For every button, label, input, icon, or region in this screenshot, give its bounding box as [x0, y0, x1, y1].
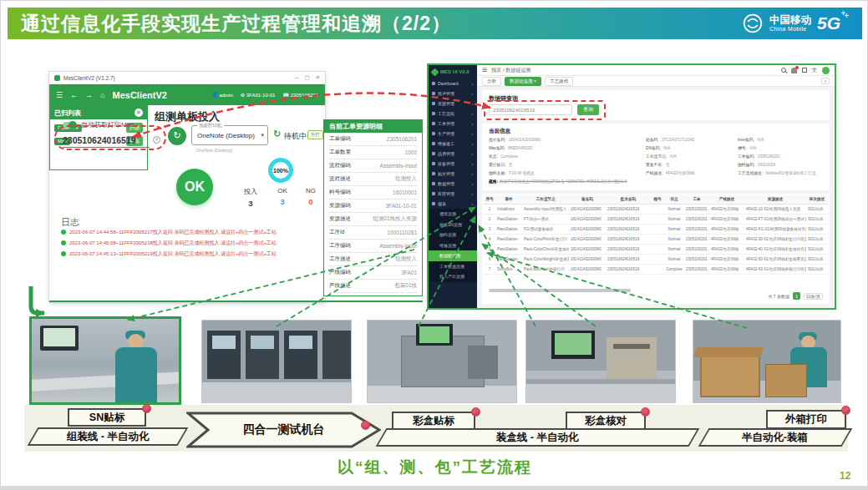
resource-badge[interactable]: ⚙ 3FA01-10-01	[241, 92, 276, 98]
table-row[interactable]: 2PassStationFT/四合一测试181411432000M0230510…	[484, 215, 828, 225]
home-icon[interactable]: ⌂	[100, 91, 104, 99]
sidebar-item[interactable]: 维修返工∨	[429, 139, 477, 149]
forward-icon[interactable]: →	[85, 91, 93, 99]
chevron-down-icon: ∨	[471, 112, 474, 116]
back-icon[interactable]: ←	[70, 91, 78, 99]
tab-analysis[interactable]: 分析	[482, 77, 501, 86]
table-cell: PassStation	[495, 215, 522, 224]
field-label: 料号编码	[329, 189, 351, 196]
menu-item-icon	[432, 152, 435, 155]
highlight-ellipse	[54, 125, 166, 150]
sidebar-item[interactable]: 品质管理∨	[429, 149, 477, 159]
table-row[interactable]: 1InitialInputAssembly-Input/组测投入18141143…	[484, 205, 828, 215]
table-cell	[651, 235, 664, 244]
printer-select[interactable]: 当前打印机 OneNote (Desktop) ▾	[191, 125, 268, 145]
sidebar-item[interactable]: 生产管理∨	[429, 129, 477, 139]
sidebar-subitem[interactable]: 拼板SN追溯	[429, 220, 477, 230]
tab-data-chain-trace[interactable]: 数据链追溯 ×	[505, 77, 541, 86]
sidebar-item[interactable]: 数据管理∨	[429, 179, 477, 189]
photo-shape	[32, 371, 181, 391]
sidebar-item[interactable]: 库存管理∨	[429, 189, 477, 199]
column-header: 序号	[484, 195, 495, 204]
sidebar-item[interactable]: 工单管理∨	[429, 119, 477, 129]
info-label: Mac条码:	[489, 146, 505, 150]
mesclient-window: MesClientV2 (V1.2.7) ─ ▢ ✕ ☰ ← → ⌂ MesCl…	[49, 72, 325, 302]
menu-item-label: 库存管理	[438, 191, 469, 196]
sidebar-item[interactable]: 设备管理∨	[429, 159, 477, 169]
avatar[interactable]	[822, 67, 830, 74]
tab-process-route[interactable]: 工艺路线	[545, 77, 573, 86]
sidebar-subitem[interactable]: 通用追溯	[429, 209, 477, 220]
info-field: 重打标识: 否	[489, 162, 642, 170]
sidebar-item[interactable]: Dashboard∨	[429, 78, 477, 88]
table-cell: 4FA02/包装06线	[709, 245, 744, 254]
photo-shape	[43, 328, 75, 346]
brand-text: 中国移动 China Mobile	[769, 15, 811, 32]
table-row[interactable]: 3PassStationFG/测试整备核对181411432000M023051…	[484, 225, 828, 235]
table-row[interactable]: 6PassStationPack-ColorWeight/彩盒称重1814114…	[484, 255, 828, 265]
menu-icon[interactable]: ☰	[56, 91, 63, 99]
web-tabbar: 分析 数据链追溯 × 工艺路线 ∨	[477, 76, 835, 87]
fullscreen-icon[interactable]	[802, 68, 807, 73]
sidebar-subitem[interactable]: 数据链追溯	[429, 250, 477, 261]
table-cell: S01/白班	[806, 255, 828, 264]
close-tab-icon[interactable]: ×	[534, 78, 536, 83]
column-header: 工作流节点	[522, 195, 569, 204]
info-label: 重打标识:	[489, 163, 506, 167]
sidebar-item[interactable]: 报表∨	[429, 199, 477, 209]
column-header: 班次描述	[806, 195, 828, 204]
log-entry: 2023-06-07 14:44:58~11FFF2005217投入返回:条码已…	[61, 229, 316, 236]
current-info-panel: 当前信息 批次条码: 181411432000M0Mac条码: 86ED0450…	[482, 124, 830, 190]
notification-bell-icon[interactable]	[791, 68, 797, 73]
column-header: 状态	[664, 195, 684, 204]
sidebar-item[interactable]: 工艺流程∨	[429, 109, 477, 119]
sidebar-item[interactable]: 贴片管理∨	[429, 169, 477, 179]
language-icon[interactable]: 文	[812, 67, 818, 74]
minimize-button[interactable]: ─	[295, 74, 299, 81]
refresh-button[interactable]: ↻	[168, 127, 186, 145]
search-icon[interactable]	[781, 68, 786, 73]
collapse-menu-icon[interactable]: ☰	[482, 67, 487, 73]
info-value: 16010034	[757, 163, 776, 167]
tab-options-icon[interactable]: ∨	[821, 78, 830, 84]
table-cell: 2305106201	[684, 265, 709, 274]
sidebar-subitem[interactable]: 投入产出追溯	[429, 271, 477, 282]
sidebar-subitem[interactable]: 维修追溯	[429, 240, 477, 251]
table-cell: S01/白班	[806, 225, 828, 234]
photo-shape	[693, 347, 764, 357]
menu-item-label: 维修返工	[438, 141, 469, 146]
maximize-button[interactable]: ▢	[304, 74, 309, 81]
workorder-badge[interactable]: 📖 2305106201	[282, 92, 318, 98]
resource-panel-title: 当前工单资源明细	[324, 120, 422, 133]
table-cell: 3	[484, 225, 495, 234]
field-value: 组测投入	[395, 175, 417, 183]
table-row[interactable]: 7StoreBoxPack-BoxPrint/外箱打印181411432000M…	[484, 265, 828, 275]
menu-item-icon	[432, 102, 435, 105]
table-row[interactable]: 4PassStationPack-ColorPrint/彩盒打印18141143…	[484, 235, 828, 245]
page-number: 12	[840, 470, 850, 482]
per-page-select[interactable]: 10条/页	[804, 293, 823, 300]
info-label: 箱条码:	[646, 138, 659, 142]
resource-field-row: 产线编码3FA01	[329, 266, 417, 280]
horizontal-scrollbar[interactable]	[489, 289, 631, 292]
total-count: 共 7 条数据	[768, 294, 789, 299]
sidebar: MES UI V2.0 Dashboard∨用户管理∨资源管理∨工艺流程∨工单管…	[429, 65, 477, 308]
log-entry: 2023-06-07 14:45:08~11FFF2005218投入返回:条码已…	[61, 240, 316, 247]
field-value: 16010001	[393, 189, 417, 195]
sidebar-subitem[interactable]: 物料追溯	[429, 230, 477, 240]
reprint-button[interactable]: 补打	[307, 130, 323, 139]
page-button[interactable]: 1	[793, 292, 800, 300]
info-field: 状态: Complete	[489, 154, 642, 162]
sidebar-item[interactable]: 用户管理∨	[429, 88, 477, 99]
user-badge[interactable]: 👤 admin	[211, 92, 233, 98]
sidebar-subitem[interactable]: 工单数据追溯	[429, 261, 477, 272]
sidebar-logo: MES UI V2.0	[429, 65, 477, 78]
info-label: DN条码:	[646, 146, 661, 150]
close-button[interactable]: ✕	[316, 74, 320, 81]
mes-app-name: MES UI V2.0	[440, 69, 470, 74]
table-row[interactable]: 5PassStationPack-ColorCheck/彩盒核对18141143…	[484, 245, 828, 255]
log-dot-icon	[61, 251, 66, 256]
sidebar-item[interactable]: 资源管理∨	[429, 99, 477, 109]
divider	[49, 301, 423, 302]
table-cell: 181411432000M0	[569, 205, 606, 214]
